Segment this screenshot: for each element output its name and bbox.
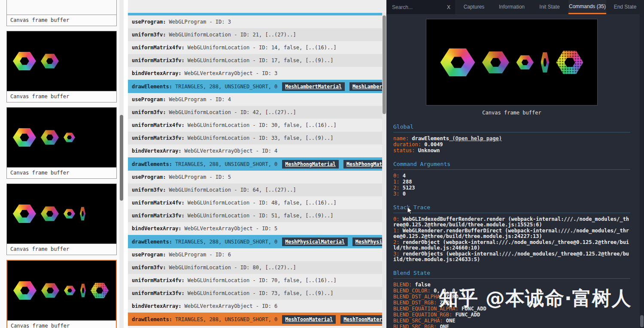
scrollbar-thumb[interactable] <box>383 15 386 114</box>
capture-thumbnail[interactable]: Canvas frame buffer <box>6 260 117 328</box>
command-args: WebGLUniformLocation - ID: 33, false, [.… <box>188 135 334 141</box>
command-row-uniform3fv[interactable]: uniform3fv:WebGLUniformLocation - ID: 21… <box>128 28 386 41</box>
search-input[interactable] <box>391 4 444 11</box>
material-tag[interactable]: MeshPhongMaterial <box>282 160 339 169</box>
state-entry: BLEND_SRC_RGB: ONE <box>393 324 630 328</box>
command-row-drawElements[interactable]: drawElements:TRIANGLES, 288, UNSIGNED_SH… <box>128 80 386 93</box>
search-box[interactable]: X <box>386 0 455 14</box>
command-row-bindVertexArray[interactable]: bindVertexArray:WebGLVertexArrayObject -… <box>128 67 386 80</box>
hexagon-mesh <box>440 47 475 78</box>
command-args: WebGLVertexArrayObject - ID: 4 <box>185 148 278 154</box>
command-args: WebGLVertexArrayObject - ID: 5 <box>185 226 278 232</box>
command-row-drawElements[interactable]: drawElements:TRIANGLES, 288, UNSIGNED_SH… <box>128 313 386 326</box>
command-row-uniformMatrix3fv[interactable]: uniformMatrix3fv:WebGLUniformLocation - … <box>128 287 386 300</box>
command-row-uniform3fv[interactable]: uniform3fv:WebGLUniformLocation - ID: 64… <box>128 184 386 196</box>
command-row-uniform3fv[interactable]: uniform3fv:WebGLUniformLocation - ID: 80… <box>128 261 386 274</box>
command-args: WebGLUniformLocation - ID: 17, false, [.… <box>188 57 334 63</box>
capture-image <box>7 0 116 15</box>
command-name: uniformMatrix4fv: <box>132 200 185 206</box>
command-row-useProgram[interactable]: useProgram:WebGLProgram - ID: 5 <box>128 171 386 184</box>
command-row-useProgram[interactable]: useProgram:WebGLProgram - ID: 3 <box>128 15 386 28</box>
state-entry: 0: WebGLIndexedBufferRenderer.render (we… <box>393 217 630 228</box>
command-row-bindVertexArray[interactable]: bindVertexArray:WebGLVertexArrayObject -… <box>128 222 386 235</box>
hexagon-mesh <box>482 50 509 74</box>
entry-value: 288 <box>403 179 412 185</box>
command-name: drawElements: <box>132 161 172 167</box>
command-row-bindVertexArray[interactable]: bindVertexArray:WebGLVertexArrayObject -… <box>128 144 386 157</box>
state-entry: 3: renderObjects (webpack-internal:///./… <box>393 251 630 262</box>
command-row-uniformMatrix4fv[interactable]: uniformMatrix4fv:WebGLUniformLocation - … <box>128 274 386 287</box>
entry-key: BLEND: <box>393 282 415 288</box>
tab-end-state[interactable]: End State <box>606 0 644 14</box>
tab-captures[interactable]: Captures <box>455 0 493 14</box>
rendered-hexagons <box>13 204 85 224</box>
command-row-uniform3fv[interactable]: uniform3fv:WebGLUniformLocation - ID: 42… <box>128 106 386 119</box>
command-args: WebGLVertexArrayObject - ID: 3 <box>185 70 278 76</box>
capture-caption: Canvas frame buffer <box>7 91 116 102</box>
capture-caption: Canvas frame buffer <box>7 244 116 255</box>
entry-value: Unknown <box>418 147 440 153</box>
tab-information[interactable]: Information <box>493 0 531 14</box>
command-row-uniformMatrix4fv[interactable]: uniformMatrix4fv:WebGLUniformLocation - … <box>128 119 386 132</box>
material-tag[interactable]: MeshToonMaterial <box>340 315 386 324</box>
scrollbar-thumb[interactable] <box>640 315 644 327</box>
detail-panel: X CapturesInformationInit StateCommands … <box>386 0 644 328</box>
capture-thumbnail[interactable]: Canvas frame buffer <box>6 107 117 179</box>
material-tag[interactable]: MeshLambertMaterial <box>349 82 386 91</box>
command-row-uniformMatrix3fv[interactable]: uniformMatrix3fv:WebGLUniformLocation - … <box>128 132 386 144</box>
command-args: TRIANGLES, 288, UNSIGNED_SHORT, 0 <box>175 316 277 322</box>
command-row-uniformMatrix4fv[interactable]: uniformMatrix4fv:WebGLUniformLocation - … <box>128 41 386 54</box>
command-name: drawElements: <box>132 316 172 322</box>
material-tag[interactable]: MeshLambertMaterial <box>282 82 345 91</box>
clear-search-icon[interactable]: X <box>447 4 450 10</box>
material-tag[interactable]: MeshPhysicalMaterial <box>352 238 386 246</box>
entry-value: renderObject (webpack-internal:///./node… <box>393 239 629 251</box>
section-title: Command Arguments <box>393 161 630 170</box>
command-name: useProgram: <box>132 252 166 258</box>
scrollbar-thumb[interactable] <box>120 115 123 201</box>
command-args: WebGLUniformLocation - ID: 64, [..(27)..… <box>169 187 296 193</box>
material-tag[interactable]: MeshPhongMaterial <box>343 160 386 169</box>
hexagon-mesh <box>41 283 59 298</box>
state-entry: name: drawElements (Open help page) <box>393 136 630 141</box>
command-row-useProgram[interactable]: useProgram:WebGLProgram - ID: 4 <box>128 93 386 106</box>
entry-value: ONE <box>440 324 449 328</box>
hexagon-mesh <box>13 280 36 301</box>
command-scrollbar[interactable] <box>382 13 386 328</box>
capture-thumbnail[interactable]: Canvas frame buffer <box>6 0 117 26</box>
detail-section: Globalname: drawElements (Open help page… <box>393 123 630 153</box>
command-row-drawElements[interactable]: drawElements:TRIANGLES, 288, UNSIGNED_SH… <box>128 157 386 171</box>
capture-caption: Canvas frame buffer <box>7 320 116 328</box>
command-row-useProgram[interactable]: useProgram:WebGLProgram - ID: 6 <box>128 248 386 261</box>
captures-scrollbar[interactable] <box>119 0 124 328</box>
entry-value: 4 <box>403 173 406 179</box>
section-title: Stack Trace <box>393 204 630 213</box>
command-name: uniformMatrix4fv: <box>132 122 185 128</box>
hexagon-mesh <box>80 207 85 221</box>
entry-key: 1: <box>393 179 403 185</box>
command-args: WebGLUniformLocation - ID: 73, false, [.… <box>188 290 334 296</box>
capture-thumbnail[interactable]: Canvas frame buffer <box>6 184 117 255</box>
command-row-uniformMatrix4fv[interactable]: uniformMatrix4fv:WebGLUniformLocation - … <box>128 196 386 209</box>
watermark: 知乎 @本诚命·富树人 <box>439 286 632 311</box>
tab-commands-35-[interactable]: Commands (35) <box>568 0 606 14</box>
tab-init-state[interactable]: Init State <box>531 0 568 14</box>
detail-scrollbar[interactable] <box>640 14 644 328</box>
state-entry: BLEND_SRC_ALPHA: ONE <box>393 318 630 324</box>
material-tag[interactable]: MeshPhysicalMaterial <box>282 238 347 246</box>
help-link[interactable]: (Open help page) <box>449 135 502 141</box>
command-row-uniformMatrix3fv[interactable]: uniformMatrix3fv:WebGLUniformLocation - … <box>128 54 386 67</box>
command-name: bindVertexArray: <box>132 148 182 154</box>
command-row-drawElements[interactable]: drawElements:TRIANGLES, 288, UNSIGNED_SH… <box>128 235 386 248</box>
entry-key: 1: <box>393 228 403 234</box>
command-name: uniformMatrix3fv: <box>132 135 185 141</box>
command-args: WebGLUniformLocation - ID: 14, false, [.… <box>188 45 337 51</box>
command-args: WebGLUniformLocation - ID: 80, [..(27)..… <box>169 265 296 271</box>
material-tag[interactable]: MeshToonMaterial <box>282 315 336 324</box>
capture-thumbnail[interactable]: Canvas frame buffer <box>6 31 117 102</box>
entry-key: 3: <box>393 251 403 257</box>
command-row-bindVertexArray[interactable]: bindVertexArray:WebGLVertexArrayObject -… <box>128 300 386 313</box>
command-row-uniformMatrix3fv[interactable]: uniformMatrix3fv:WebGLUniformLocation - … <box>128 209 386 222</box>
command-args: WebGLProgram - ID: 5 <box>169 174 231 180</box>
hexagon-mesh <box>541 51 550 73</box>
